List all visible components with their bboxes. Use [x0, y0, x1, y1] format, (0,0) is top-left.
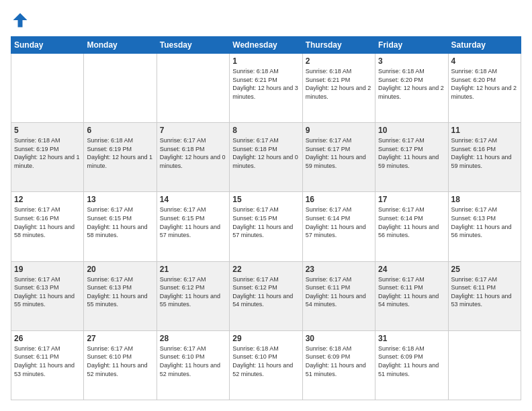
- day-cell: 11Sunrise: 6:17 AM Sunset: 6:16 PM Dayli…: [448, 123, 521, 192]
- day-cell: 17Sunrise: 6:17 AM Sunset: 6:14 PM Dayli…: [375, 192, 448, 261]
- day-cell: 15Sunrise: 6:17 AM Sunset: 6:15 PM Dayli…: [230, 192, 302, 261]
- day-cell: 4Sunrise: 6:18 AM Sunset: 6:20 PM Daylig…: [448, 54, 521, 123]
- day-info: Sunrise: 6:17 AM Sunset: 6:11 PM Dayligh…: [306, 275, 372, 309]
- day-number: 29: [232, 334, 299, 343]
- day-cell: 2Sunrise: 6:18 AM Sunset: 6:21 PM Daylig…: [302, 54, 375, 123]
- day-info: Sunrise: 6:18 AM Sunset: 6:20 PM Dayligh…: [378, 67, 445, 101]
- day-cell: [448, 330, 521, 400]
- week-row-2: 12Sunrise: 6:17 AM Sunset: 6:16 PM Dayli…: [11, 192, 521, 261]
- day-info: Sunrise: 6:18 AM Sunset: 6:19 PM Dayligh…: [14, 136, 81, 170]
- col-header-sunday: Sunday: [11, 37, 84, 54]
- day-number: 5: [14, 126, 81, 135]
- day-cell: 3Sunrise: 6:18 AM Sunset: 6:20 PM Daylig…: [375, 54, 448, 123]
- day-number: 25: [451, 265, 518, 274]
- day-cell: 5Sunrise: 6:18 AM Sunset: 6:19 PM Daylig…: [11, 123, 84, 192]
- day-info: Sunrise: 6:17 AM Sunset: 6:11 PM Dayligh…: [14, 345, 81, 378]
- day-cell: 26Sunrise: 6:17 AM Sunset: 6:11 PM Dayli…: [11, 330, 84, 400]
- day-cell: 13Sunrise: 6:17 AM Sunset: 6:15 PM Dayli…: [84, 192, 157, 261]
- day-info: Sunrise: 6:17 AM Sunset: 6:18 PM Dayligh…: [160, 136, 226, 170]
- day-info: Sunrise: 6:17 AM Sunset: 6:17 PM Dayligh…: [306, 136, 372, 170]
- day-info: Sunrise: 6:17 AM Sunset: 6:18 PM Dayligh…: [232, 136, 299, 170]
- day-info: Sunrise: 6:17 AM Sunset: 6:12 PM Dayligh…: [160, 275, 226, 309]
- day-info: Sunrise: 6:17 AM Sunset: 6:13 PM Dayligh…: [14, 275, 81, 309]
- day-number: 17: [378, 195, 445, 204]
- col-header-monday: Monday: [84, 37, 157, 54]
- page: SundayMondayTuesdayWednesdayThursdayFrid…: [0, 0, 532, 411]
- day-cell: 16Sunrise: 6:17 AM Sunset: 6:14 PM Dayli…: [302, 192, 375, 261]
- day-number: 14: [160, 195, 226, 204]
- day-info: Sunrise: 6:17 AM Sunset: 6:11 PM Dayligh…: [378, 275, 445, 309]
- logo: [11, 11, 32, 30]
- day-info: Sunrise: 6:18 AM Sunset: 6:19 PM Dayligh…: [87, 136, 153, 170]
- day-info: Sunrise: 6:18 AM Sunset: 6:10 PM Dayligh…: [232, 345, 299, 378]
- day-info: Sunrise: 6:17 AM Sunset: 6:15 PM Dayligh…: [87, 205, 153, 239]
- day-number: 31: [378, 334, 445, 343]
- day-info: Sunrise: 6:17 AM Sunset: 6:12 PM Dayligh…: [232, 275, 299, 309]
- day-number: 6: [87, 126, 153, 135]
- day-number: 22: [232, 265, 299, 274]
- header-row: SundayMondayTuesdayWednesdayThursdayFrid…: [11, 37, 521, 54]
- day-cell: 14Sunrise: 6:17 AM Sunset: 6:15 PM Dayli…: [157, 192, 229, 261]
- day-cell: 29Sunrise: 6:18 AM Sunset: 6:10 PM Dayli…: [230, 330, 302, 400]
- day-number: 27: [87, 334, 153, 343]
- day-number: 8: [232, 126, 299, 135]
- day-number: 2: [306, 56, 372, 66]
- week-row-4: 26Sunrise: 6:17 AM Sunset: 6:11 PM Dayli…: [11, 330, 521, 400]
- col-header-thursday: Thursday: [302, 37, 375, 54]
- day-number: 19: [14, 265, 81, 274]
- day-cell: [157, 54, 229, 123]
- day-cell: 7Sunrise: 6:17 AM Sunset: 6:18 PM Daylig…: [157, 123, 229, 192]
- day-cell: 28Sunrise: 6:17 AM Sunset: 6:10 PM Dayli…: [157, 330, 229, 400]
- day-number: 30: [306, 334, 372, 343]
- day-cell: 25Sunrise: 6:17 AM Sunset: 6:11 PM Dayli…: [448, 261, 521, 330]
- day-number: 21: [160, 265, 226, 274]
- day-number: 11: [451, 126, 518, 135]
- col-header-saturday: Saturday: [448, 37, 521, 54]
- day-number: 15: [232, 195, 299, 204]
- day-number: 4: [451, 56, 518, 66]
- day-cell: 6Sunrise: 6:18 AM Sunset: 6:19 PM Daylig…: [84, 123, 157, 192]
- day-number: 26: [14, 334, 81, 343]
- day-number: 9: [306, 126, 372, 135]
- col-header-tuesday: Tuesday: [157, 37, 229, 54]
- day-cell: 22Sunrise: 6:17 AM Sunset: 6:12 PM Dayli…: [230, 261, 302, 330]
- day-info: Sunrise: 6:18 AM Sunset: 6:21 PM Dayligh…: [232, 67, 299, 101]
- day-info: Sunrise: 6:17 AM Sunset: 6:17 PM Dayligh…: [378, 136, 445, 170]
- day-info: Sunrise: 6:17 AM Sunset: 6:16 PM Dayligh…: [14, 205, 81, 239]
- day-info: Sunrise: 6:17 AM Sunset: 6:14 PM Dayligh…: [306, 205, 372, 239]
- day-cell: 8Sunrise: 6:17 AM Sunset: 6:18 PM Daylig…: [230, 123, 302, 192]
- day-number: 3: [378, 56, 445, 66]
- day-info: Sunrise: 6:18 AM Sunset: 6:20 PM Dayligh…: [451, 67, 518, 101]
- day-cell: [84, 54, 157, 123]
- day-info: Sunrise: 6:17 AM Sunset: 6:13 PM Dayligh…: [451, 205, 518, 239]
- day-cell: [11, 54, 84, 123]
- day-info: Sunrise: 6:18 AM Sunset: 6:09 PM Dayligh…: [378, 345, 445, 378]
- week-row-3: 19Sunrise: 6:17 AM Sunset: 6:13 PM Dayli…: [11, 261, 521, 330]
- day-number: 1: [232, 56, 299, 66]
- day-cell: 18Sunrise: 6:17 AM Sunset: 6:13 PM Dayli…: [448, 192, 521, 261]
- day-info: Sunrise: 6:17 AM Sunset: 6:13 PM Dayligh…: [87, 275, 153, 309]
- logo-icon: [11, 11, 30, 30]
- day-info: Sunrise: 6:17 AM Sunset: 6:10 PM Dayligh…: [160, 345, 226, 378]
- day-info: Sunrise: 6:17 AM Sunset: 6:15 PM Dayligh…: [232, 205, 299, 239]
- week-row-0: 1Sunrise: 6:18 AM Sunset: 6:21 PM Daylig…: [11, 54, 521, 123]
- day-cell: 23Sunrise: 6:17 AM Sunset: 6:11 PM Dayli…: [302, 261, 375, 330]
- day-info: Sunrise: 6:17 AM Sunset: 6:16 PM Dayligh…: [451, 136, 518, 170]
- svg-marker-0: [13, 13, 28, 28]
- col-header-wednesday: Wednesday: [230, 37, 302, 54]
- header: [11, 11, 521, 30]
- day-number: 28: [160, 334, 226, 343]
- day-cell: 24Sunrise: 6:17 AM Sunset: 6:11 PM Dayli…: [375, 261, 448, 330]
- week-row-1: 5Sunrise: 6:18 AM Sunset: 6:19 PM Daylig…: [11, 123, 521, 192]
- day-info: Sunrise: 6:17 AM Sunset: 6:14 PM Dayligh…: [378, 205, 445, 239]
- day-number: 16: [306, 195, 372, 204]
- day-cell: 31Sunrise: 6:18 AM Sunset: 6:09 PM Dayli…: [375, 330, 448, 400]
- day-info: Sunrise: 6:17 AM Sunset: 6:11 PM Dayligh…: [451, 275, 518, 309]
- day-cell: 9Sunrise: 6:17 AM Sunset: 6:17 PM Daylig…: [302, 123, 375, 192]
- day-cell: 1Sunrise: 6:18 AM Sunset: 6:21 PM Daylig…: [230, 54, 302, 123]
- day-cell: 21Sunrise: 6:17 AM Sunset: 6:12 PM Dayli…: [157, 261, 229, 330]
- day-info: Sunrise: 6:18 AM Sunset: 6:21 PM Dayligh…: [306, 67, 372, 101]
- day-number: 24: [378, 265, 445, 274]
- day-cell: 20Sunrise: 6:17 AM Sunset: 6:13 PM Dayli…: [84, 261, 157, 330]
- day-cell: 10Sunrise: 6:17 AM Sunset: 6:17 PM Dayli…: [375, 123, 448, 192]
